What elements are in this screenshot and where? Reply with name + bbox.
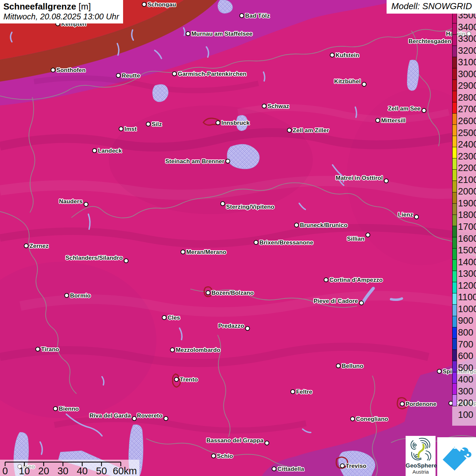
city-dot xyxy=(245,326,250,331)
city-dot xyxy=(206,290,210,295)
title-datetime: Mittwoch, 20.08.2025 13:00 Uhr xyxy=(3,12,119,21)
legend-value-label: 600 xyxy=(458,352,476,361)
legend-value-label: 3400 xyxy=(458,23,476,32)
scale-tick-label: 50 xyxy=(96,465,107,476)
city-label: Matrei in Osttirol xyxy=(336,175,383,181)
legend-value-label: 1600 xyxy=(458,234,476,243)
legend-color-box xyxy=(452,91,457,103)
city-dot xyxy=(350,417,355,421)
city-dot xyxy=(51,68,55,72)
city-dot xyxy=(330,53,335,57)
legend-color-box xyxy=(452,147,457,159)
page-title: Schneefallgrenze [m] xyxy=(3,2,119,12)
city-label: Landeck xyxy=(98,148,122,154)
legend-color-box xyxy=(452,248,457,260)
legend-color-box xyxy=(452,237,457,249)
city-label: Nauders xyxy=(59,199,83,204)
city-dot xyxy=(64,293,69,298)
legend-value-label: 2000 xyxy=(458,187,476,196)
legend-value-label: 1000 xyxy=(458,305,476,314)
city-dot xyxy=(262,104,267,108)
scale-tick-label: 30 xyxy=(57,465,68,476)
legend-color-box xyxy=(452,136,457,148)
legend-value-label: 700 xyxy=(458,340,476,349)
city-label: Imst xyxy=(124,126,137,132)
city-marker-layer: SchongauBad TölzKemptenMurnau am Staffel… xyxy=(0,0,476,476)
city-label: Bormio xyxy=(70,293,91,299)
legend-value-label: 100 xyxy=(458,410,476,420)
city-dot xyxy=(116,73,121,78)
city-label: Schio xyxy=(217,453,233,459)
geosphere-logo-sub: Austria xyxy=(406,469,436,475)
city-dot xyxy=(362,82,367,87)
city-label: Lienz xyxy=(398,212,413,218)
legend-value-label: 2300 xyxy=(458,152,476,161)
city-label: Schongau xyxy=(148,2,176,7)
city-label: Pieve di Cadore xyxy=(313,298,358,304)
legend-value-label: 3000 xyxy=(458,70,476,79)
legend-value-label: 800 xyxy=(458,328,476,337)
legend-value-label: 1200 xyxy=(458,281,476,290)
city-dot xyxy=(162,315,167,320)
legend-color-box xyxy=(452,394,457,406)
legend-color-box xyxy=(452,304,457,316)
city-dot xyxy=(287,128,292,133)
city-label: Sterzing/Vipiteno xyxy=(226,204,274,210)
legend-color-box xyxy=(452,12,457,24)
legend-color-box xyxy=(452,46,457,57)
city-label: Tirano xyxy=(41,346,59,352)
city-label: Schwaz xyxy=(268,103,289,109)
city-dot xyxy=(294,223,299,227)
city-label: Garmisch-Partenkirchen xyxy=(178,71,247,77)
legend-value-label: 2400 xyxy=(458,140,476,149)
legend-value-label: 1700 xyxy=(458,222,476,232)
city-label: Reutte xyxy=(122,73,140,79)
legend-color-box xyxy=(452,124,457,136)
city-dot xyxy=(132,416,137,421)
city-dot xyxy=(186,31,190,36)
legend-value-label: 300 xyxy=(458,387,476,396)
title-box: Schneefallgrenze [m] Mittwoch, 20.08.202… xyxy=(0,0,123,23)
city-label: Sonthofen xyxy=(56,67,86,73)
city-label: Zell am See xyxy=(388,106,421,112)
legend-value-label: 900 xyxy=(458,316,476,325)
city-dot xyxy=(359,301,364,305)
legend-color-box xyxy=(452,316,457,328)
city-label: Meran/Merano xyxy=(186,249,226,255)
legend-color-box xyxy=(452,113,457,125)
city-dot xyxy=(170,347,175,352)
scale-tick-label: 0 xyxy=(2,465,8,476)
legend-color-box xyxy=(452,158,457,170)
city-dot xyxy=(181,250,185,254)
scale-tick-label: 60km xyxy=(113,465,137,476)
legend-color-box xyxy=(452,102,457,114)
city-label: Feltre xyxy=(296,389,312,395)
city-label: Brixen/Bressanone xyxy=(259,240,313,245)
city-label: Cittadella xyxy=(277,466,304,472)
partner-mountain-logo xyxy=(437,437,476,476)
city-dot xyxy=(272,466,276,471)
legend-color-box xyxy=(452,383,457,395)
legend-color-box xyxy=(452,293,457,305)
legend-color-box xyxy=(452,327,457,339)
legend-value-label: 2200 xyxy=(458,164,476,173)
legend-color-box xyxy=(452,338,457,350)
city-label: Conegliano xyxy=(356,416,388,422)
city-label: Mezzolombardo xyxy=(176,347,220,353)
scale-tick-label: 20 xyxy=(38,465,49,476)
city-label: Innsbruck xyxy=(221,120,250,126)
legend-color-box xyxy=(452,282,457,294)
legend-color-box xyxy=(452,57,457,69)
legend-value-label: 1800 xyxy=(458,210,476,220)
city-label: Kitzbühel xyxy=(334,79,361,84)
city-label: Bienno xyxy=(59,406,79,412)
legend-color-box xyxy=(452,226,457,238)
legend-color-box xyxy=(452,215,457,226)
city-dot xyxy=(366,233,370,237)
legend-value-label: 2600 xyxy=(458,117,476,126)
city-label: Predazzo xyxy=(218,323,244,329)
legend-value-label: 3300 xyxy=(458,34,476,44)
city-dot xyxy=(400,402,405,406)
city-dot xyxy=(254,240,258,245)
legend-value-label: 1900 xyxy=(458,199,476,208)
